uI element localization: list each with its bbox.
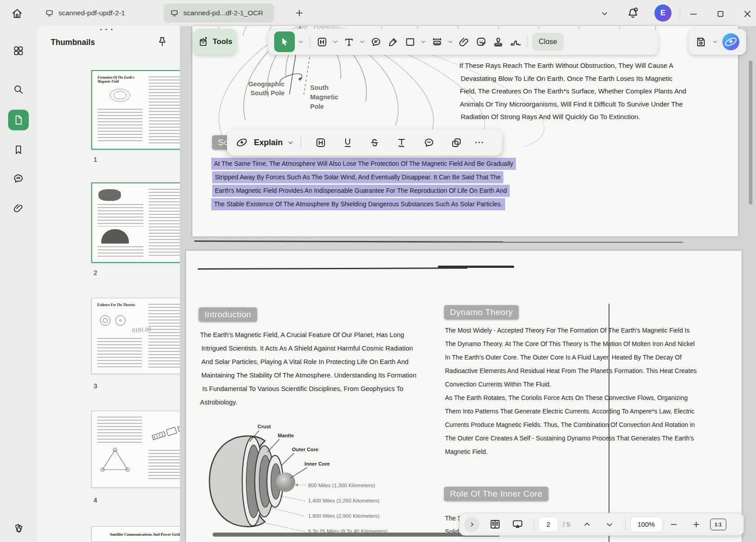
page-layout-button[interactable] bbox=[484, 515, 506, 533]
chevron-down-icon bbox=[712, 39, 718, 45]
explain-toolbar: Explain bbox=[227, 129, 502, 155]
pin-icon bbox=[156, 36, 168, 48]
paragraph-line: Maintaining The Stability Of The Atmosph… bbox=[200, 369, 416, 382]
tab-list-dropdown[interactable] bbox=[599, 8, 610, 19]
vertical-scrollbar[interactable] bbox=[749, 61, 752, 204]
page-number-input[interactable]: 2 bbox=[538, 517, 558, 532]
ai-assistant-button[interactable] bbox=[722, 33, 740, 51]
collapse-bar-button[interactable] bbox=[464, 517, 480, 532]
notifications-button[interactable] bbox=[626, 6, 640, 20]
home-button[interactable] bbox=[10, 6, 24, 21]
text-tool-dropdown[interactable] bbox=[358, 33, 366, 51]
diagram-crust-label: Crust bbox=[258, 424, 271, 429]
copy-action-button[interactable] bbox=[443, 133, 469, 151]
comment-action-button[interactable] bbox=[415, 133, 442, 151]
avatar-letter: E bbox=[660, 9, 665, 18]
chevron-down-icon bbox=[447, 39, 454, 45]
zoom-level-input[interactable]: 100% bbox=[630, 517, 663, 532]
next-page-button[interactable] bbox=[598, 515, 621, 533]
thumb3-title: Evidence For The Theories bbox=[97, 303, 138, 307]
panel-drag-handle[interactable]: ··· bbox=[100, 25, 116, 35]
scan-artifact-smudge bbox=[438, 266, 514, 268]
save-button[interactable] bbox=[693, 33, 708, 51]
actual-size-button[interactable]: 1:1 bbox=[710, 519, 726, 530]
book-spread-icon bbox=[489, 518, 501, 530]
paperclip-icon bbox=[13, 202, 24, 214]
comment-tool-button[interactable] bbox=[368, 33, 383, 51]
select-tool-dropdown[interactable] bbox=[297, 33, 305, 51]
underline-action-button[interactable] bbox=[334, 133, 360, 151]
account-avatar[interactable]: E bbox=[654, 4, 672, 22]
thumb3-text-left bbox=[97, 338, 142, 368]
pin-panel-button[interactable] bbox=[156, 35, 169, 49]
paragraph-line: Astrobiology. bbox=[200, 395, 416, 409]
toolbox-icon bbox=[197, 36, 209, 48]
zoom-out-button[interactable] bbox=[663, 515, 685, 533]
text-tool-button[interactable] bbox=[341, 33, 356, 51]
presentation-button[interactable] bbox=[506, 515, 529, 533]
close-tools-button[interactable]: Close bbox=[532, 33, 564, 51]
select-tool-button[interactable] bbox=[274, 31, 295, 52]
mag-pole-label-line3: Pole bbox=[310, 103, 324, 110]
plus-icon bbox=[692, 520, 701, 529]
rail-thumbnails-button[interactable] bbox=[8, 110, 29, 130]
paragraph-line: Withi bbox=[445, 538, 689, 542]
attach-tool-button[interactable] bbox=[456, 33, 471, 51]
tools-button[interactable]: Tools bbox=[193, 29, 236, 55]
rail-apps-button[interactable] bbox=[8, 40, 29, 61]
rail-comments-button[interactable] bbox=[8, 168, 29, 189]
sticker-tool-button[interactable] bbox=[473, 33, 489, 51]
document-tab-icon bbox=[45, 9, 54, 18]
highlight-tool-dropdown[interactable] bbox=[331, 33, 339, 51]
shape-tool-dropdown[interactable] bbox=[419, 33, 427, 51]
highlight-action-button[interactable] bbox=[307, 133, 334, 151]
strikethrough-action-button[interactable] bbox=[361, 133, 387, 151]
highlight-tool-button[interactable] bbox=[314, 33, 329, 51]
annotation-toolbar: Close bbox=[268, 29, 658, 55]
explain-ai-button[interactable] bbox=[233, 133, 250, 151]
tab-scanned-pdf-ocr[interactable]: scanned-pd...df-2-1_OCR bbox=[164, 4, 274, 22]
explain-dropdown[interactable] bbox=[286, 133, 294, 151]
pencil-tool-button[interactable] bbox=[385, 33, 400, 51]
toolbar-divider bbox=[309, 36, 310, 48]
measure-tool-dropdown[interactable] bbox=[446, 33, 454, 51]
zoom-in-button[interactable] bbox=[685, 515, 707, 533]
diagram-outer-core-label: Outer Core bbox=[292, 447, 319, 452]
new-tab-button[interactable] bbox=[293, 7, 306, 19]
tab-scanned-pdf[interactable]: scanned-pdf-updf-2-1 bbox=[39, 4, 145, 22]
squiggly-action-button[interactable] bbox=[388, 133, 414, 151]
rail-appearance-button[interactable] bbox=[8, 518, 29, 538]
close-window-button[interactable] bbox=[741, 7, 754, 21]
thumb4-text-left bbox=[97, 417, 142, 443]
thumb1-field-diagram bbox=[98, 86, 142, 105]
shape-tool-button[interactable] bbox=[402, 33, 418, 51]
rail-bookmarks-button[interactable] bbox=[8, 139, 29, 160]
explain-label[interactable]: Explain bbox=[254, 138, 283, 147]
rail-search-button[interactable] bbox=[8, 79, 29, 100]
measure-tool-button[interactable] bbox=[429, 33, 445, 51]
ai-swirl-icon bbox=[235, 136, 249, 149]
minimize-button[interactable] bbox=[687, 7, 700, 21]
highlighted-text-block[interactable]: At The Same Time, The Atmosphere Will Al… bbox=[211, 158, 516, 212]
comment-bubble-icon bbox=[423, 137, 435, 149]
zoom-value: 100% bbox=[638, 520, 655, 528]
previous-page-button[interactable] bbox=[576, 515, 598, 533]
rail-attachments-button[interactable] bbox=[8, 198, 29, 218]
sticker-icon bbox=[475, 36, 487, 48]
signature-tool-button[interactable] bbox=[507, 33, 523, 51]
document-viewport[interactable]: Geographic South Pole South Magnetic Pol… bbox=[180, 26, 756, 542]
minimize-icon bbox=[689, 9, 698, 19]
page-total: / 5 bbox=[563, 520, 570, 528]
horizontal-scrollbar[interactable] bbox=[213, 533, 500, 537]
pdf-page-2: Introduction The Earth's Magnetic Field,… bbox=[186, 251, 742, 542]
save-dropdown[interactable] bbox=[711, 33, 719, 51]
save-floppy-icon bbox=[695, 36, 707, 48]
more-actions-button[interactable] bbox=[470, 133, 488, 151]
chevron-down-icon bbox=[298, 39, 304, 45]
dynamo-heading: Dynamo Theory bbox=[444, 305, 519, 320]
maximize-button[interactable] bbox=[714, 7, 727, 21]
stamp-tool-button[interactable] bbox=[490, 33, 506, 51]
paragraph-line: Radiation Of Strong Rays And Will Quickl… bbox=[459, 111, 686, 124]
paragraph-line: If These Rays Reach The Earth Without Ob… bbox=[459, 59, 686, 72]
swatches-icon bbox=[13, 522, 24, 534]
